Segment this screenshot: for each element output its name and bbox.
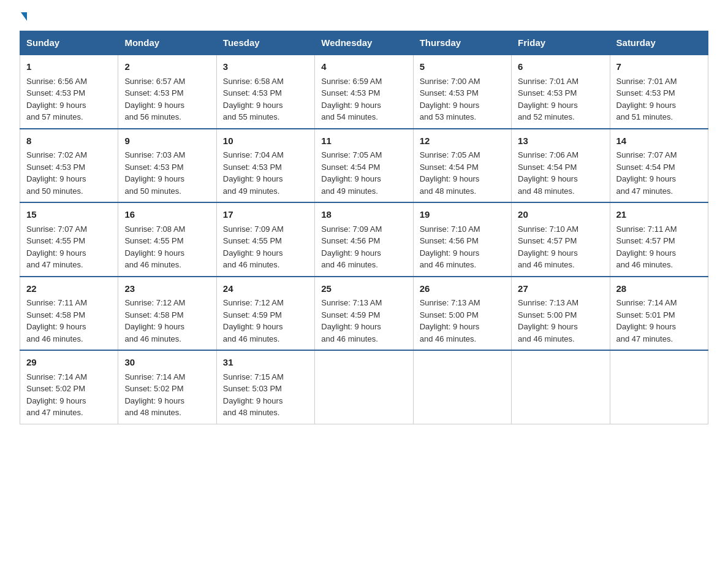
calendar-cell: 22Sunrise: 7:11 AMSunset: 4:58 PMDayligh… xyxy=(20,277,118,351)
calendar-cell: 11Sunrise: 7:05 AMSunset: 4:54 PMDayligh… xyxy=(315,129,413,203)
calendar-cell: 24Sunrise: 7:12 AMSunset: 4:59 PMDayligh… xyxy=(216,277,314,351)
calendar-week-row: 15Sunrise: 7:07 AMSunset: 4:55 PMDayligh… xyxy=(20,202,708,277)
calendar-cell: 26Sunrise: 7:13 AMSunset: 5:00 PMDayligh… xyxy=(413,277,511,351)
day-info: Sunrise: 6:57 AMSunset: 4:53 PMDaylight:… xyxy=(124,77,185,122)
day-number: 25 xyxy=(321,282,406,296)
day-number: 15 xyxy=(26,208,112,222)
day-number: 22 xyxy=(26,282,112,296)
day-number: 12 xyxy=(420,134,505,148)
calendar-cell: 13Sunrise: 7:06 AMSunset: 4:54 PMDayligh… xyxy=(512,129,610,203)
day-info: Sunrise: 7:09 AMSunset: 4:55 PMDaylight:… xyxy=(223,224,284,270)
day-info: Sunrise: 7:13 AMSunset: 4:59 PMDaylight:… xyxy=(321,298,382,343)
calendar-header-monday: Monday xyxy=(118,31,216,55)
day-info: Sunrise: 7:02 AMSunset: 4:53 PMDaylight:… xyxy=(26,150,87,196)
calendar-header-wednesday: Wednesday xyxy=(315,31,413,55)
day-number: 20 xyxy=(518,208,603,222)
day-info: Sunrise: 7:03 AMSunset: 4:53 PMDaylight:… xyxy=(124,150,185,196)
day-number: 17 xyxy=(223,208,308,222)
calendar-cell: 19Sunrise: 7:10 AMSunset: 4:56 PMDayligh… xyxy=(413,202,511,277)
day-number: 10 xyxy=(223,134,308,148)
calendar-week-row: 8Sunrise: 7:02 AMSunset: 4:53 PMDaylight… xyxy=(20,129,708,203)
logo-triangle-icon xyxy=(21,12,27,21)
day-number: 23 xyxy=(124,282,210,296)
day-number: 26 xyxy=(420,282,505,296)
day-info: Sunrise: 7:07 AMSunset: 4:55 PMDaylight:… xyxy=(26,224,87,270)
day-info: Sunrise: 7:10 AMSunset: 4:57 PMDaylight:… xyxy=(518,224,578,270)
day-info: Sunrise: 7:05 AMSunset: 4:54 PMDaylight:… xyxy=(321,150,382,196)
calendar-cell: 15Sunrise: 7:07 AMSunset: 4:55 PMDayligh… xyxy=(20,202,118,277)
day-number: 13 xyxy=(518,134,603,148)
calendar-cell: 9Sunrise: 7:03 AMSunset: 4:53 PMDaylight… xyxy=(118,129,216,203)
calendar-cell: 28Sunrise: 7:14 AMSunset: 5:01 PMDayligh… xyxy=(610,277,708,351)
calendar-cell: 10Sunrise: 7:04 AMSunset: 4:53 PMDayligh… xyxy=(216,129,314,203)
calendar-cell: 1Sunrise: 6:56 AMSunset: 4:53 PMDaylight… xyxy=(20,55,118,129)
day-number: 28 xyxy=(616,282,702,296)
day-number: 16 xyxy=(124,208,210,222)
day-info: Sunrise: 7:07 AMSunset: 4:54 PMDaylight:… xyxy=(616,150,677,196)
day-info: Sunrise: 7:14 AMSunset: 5:01 PMDaylight:… xyxy=(616,298,677,343)
calendar-week-row: 29Sunrise: 7:14 AMSunset: 5:02 PMDayligh… xyxy=(20,350,708,424)
day-number: 24 xyxy=(223,282,308,296)
calendar-week-row: 1Sunrise: 6:56 AMSunset: 4:53 PMDaylight… xyxy=(20,55,708,129)
calendar-cell: 5Sunrise: 7:00 AMSunset: 4:53 PMDaylight… xyxy=(413,55,511,129)
day-info: Sunrise: 7:06 AMSunset: 4:54 PMDaylight:… xyxy=(518,150,578,196)
calendar-header-thursday: Thursday xyxy=(413,31,511,55)
day-info: Sunrise: 7:13 AMSunset: 5:00 PMDaylight:… xyxy=(518,298,578,343)
day-info: Sunrise: 6:56 AMSunset: 4:53 PMDaylight:… xyxy=(26,77,87,122)
day-info: Sunrise: 7:09 AMSunset: 4:56 PMDaylight:… xyxy=(321,224,382,270)
day-info: Sunrise: 7:14 AMSunset: 5:02 PMDaylight:… xyxy=(26,372,87,418)
day-info: Sunrise: 7:01 AMSunset: 4:53 PMDaylight:… xyxy=(518,77,578,122)
logo xyxy=(20,15,27,23)
calendar-header-sunday: Sunday xyxy=(20,31,118,55)
calendar-cell: 18Sunrise: 7:09 AMSunset: 4:56 PMDayligh… xyxy=(315,202,413,277)
calendar-cell: 14Sunrise: 7:07 AMSunset: 4:54 PMDayligh… xyxy=(610,129,708,203)
calendar-cell: 12Sunrise: 7:05 AMSunset: 4:54 PMDayligh… xyxy=(413,129,511,203)
calendar-cell: 23Sunrise: 7:12 AMSunset: 4:58 PMDayligh… xyxy=(118,277,216,351)
day-number: 27 xyxy=(518,282,603,296)
day-info: Sunrise: 7:15 AMSunset: 5:03 PMDaylight:… xyxy=(223,372,284,418)
day-number: 18 xyxy=(321,208,406,222)
day-info: Sunrise: 6:59 AMSunset: 4:53 PMDaylight:… xyxy=(321,77,382,122)
calendar-cell xyxy=(512,350,610,424)
calendar-cell: 8Sunrise: 7:02 AMSunset: 4:53 PMDaylight… xyxy=(20,129,118,203)
calendar-cell: 20Sunrise: 7:10 AMSunset: 4:57 PMDayligh… xyxy=(512,202,610,277)
day-info: Sunrise: 7:11 AMSunset: 4:57 PMDaylight:… xyxy=(616,224,677,270)
calendar-header-row: SundayMondayTuesdayWednesdayThursdayFrid… xyxy=(20,31,708,55)
calendar-cell xyxy=(610,350,708,424)
day-number: 1 xyxy=(26,60,112,74)
day-number: 2 xyxy=(124,60,210,74)
day-info: Sunrise: 7:11 AMSunset: 4:58 PMDaylight:… xyxy=(26,298,87,343)
calendar-cell: 2Sunrise: 6:57 AMSunset: 4:53 PMDaylight… xyxy=(118,55,216,129)
day-number: 14 xyxy=(616,134,702,148)
day-number: 21 xyxy=(616,208,702,222)
day-number: 7 xyxy=(616,60,702,74)
day-number: 30 xyxy=(124,356,210,370)
day-number: 5 xyxy=(420,60,505,74)
day-info: Sunrise: 7:05 AMSunset: 4:54 PMDaylight:… xyxy=(420,150,480,196)
day-info: Sunrise: 7:00 AMSunset: 4:53 PMDaylight:… xyxy=(420,77,480,122)
day-number: 6 xyxy=(518,60,603,74)
day-number: 4 xyxy=(321,60,406,74)
day-number: 9 xyxy=(124,134,210,148)
day-info: Sunrise: 7:12 AMSunset: 4:59 PMDaylight:… xyxy=(223,298,284,343)
calendar-cell xyxy=(315,350,413,424)
day-number: 3 xyxy=(223,60,308,74)
day-info: Sunrise: 7:14 AMSunset: 5:02 PMDaylight:… xyxy=(124,372,185,418)
calendar-header-saturday: Saturday xyxy=(610,31,708,55)
calendar-header-friday: Friday xyxy=(512,31,610,55)
calendar-cell: 6Sunrise: 7:01 AMSunset: 4:53 PMDaylight… xyxy=(512,55,610,129)
day-info: Sunrise: 7:08 AMSunset: 4:55 PMDaylight:… xyxy=(124,224,185,270)
calendar-cell: 16Sunrise: 7:08 AMSunset: 4:55 PMDayligh… xyxy=(118,202,216,277)
calendar-cell: 17Sunrise: 7:09 AMSunset: 4:55 PMDayligh… xyxy=(216,202,314,277)
day-info: Sunrise: 7:13 AMSunset: 5:00 PMDaylight:… xyxy=(420,298,480,343)
calendar-cell: 27Sunrise: 7:13 AMSunset: 5:00 PMDayligh… xyxy=(512,277,610,351)
day-info: Sunrise: 7:04 AMSunset: 4:53 PMDaylight:… xyxy=(223,150,284,196)
calendar-cell xyxy=(413,350,511,424)
calendar-table: SundayMondayTuesdayWednesdayThursdayFrid… xyxy=(20,31,708,424)
day-number: 11 xyxy=(321,134,406,148)
day-info: Sunrise: 7:01 AMSunset: 4:53 PMDaylight:… xyxy=(616,77,677,122)
calendar-cell: 3Sunrise: 6:58 AMSunset: 4:53 PMDaylight… xyxy=(216,55,314,129)
day-number: 29 xyxy=(26,356,112,370)
day-info: Sunrise: 7:10 AMSunset: 4:56 PMDaylight:… xyxy=(420,224,480,270)
day-number: 31 xyxy=(223,356,308,370)
